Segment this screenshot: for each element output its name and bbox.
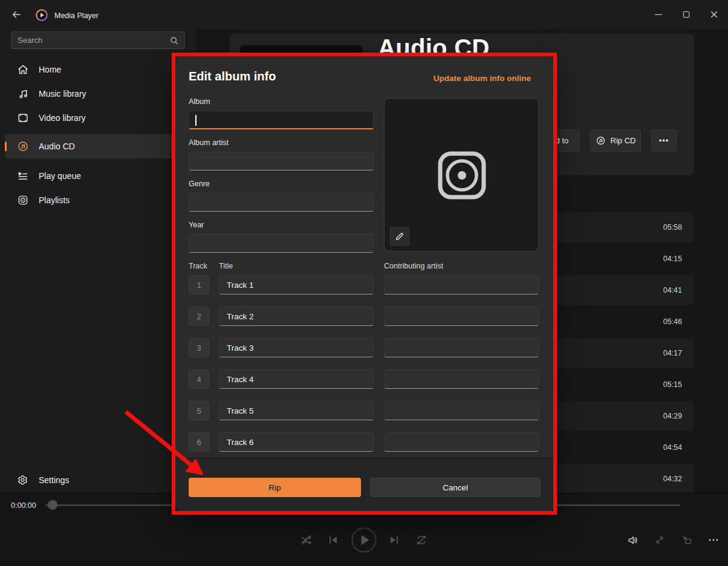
genre-input[interactable] <box>189 193 374 212</box>
selection-indicator <box>5 142 7 151</box>
track-number: 3 <box>189 338 209 357</box>
dialog-title: Edit album info <box>189 70 276 83</box>
sidebar-item-label: Audio CD <box>39 142 75 151</box>
more-dots-icon <box>707 534 720 546</box>
track-duration: 04:32 <box>663 464 682 494</box>
rip-cd-label: Rip CD <box>611 136 636 145</box>
sidebar-item-label: Video library <box>39 113 86 123</box>
rip-cd-button[interactable]: Rip CD <box>590 129 641 152</box>
artist-column-header: Contributing artist <box>384 262 443 270</box>
track-title-input[interactable] <box>219 338 374 357</box>
elapsed-time: 0:00:00 <box>11 501 36 510</box>
album-input[interactable] <box>189 111 374 129</box>
track-number: 5 <box>189 401 209 420</box>
album-label: Album <box>189 97 210 106</box>
more-button[interactable]: ••• <box>651 129 677 152</box>
media-player-window: Media Player Home Music library <box>0 0 728 566</box>
album-art-editor <box>384 98 539 252</box>
track-title-input[interactable] <box>219 401 374 420</box>
fullscreen-button[interactable] <box>649 529 671 551</box>
pencil-icon <box>394 231 405 242</box>
edit-album-art-button[interactable] <box>389 227 410 246</box>
genre-label: Genre <box>189 180 210 188</box>
sidebar-item-playlists[interactable]: Playlists <box>5 188 192 212</box>
track-duration: 04:15 <box>663 244 682 274</box>
track-duration: 04:41 <box>663 275 682 305</box>
track-artist-input[interactable] <box>384 338 539 357</box>
close-button[interactable] <box>700 0 728 29</box>
sidebar-item-audio-cd[interactable]: Audio CD <box>5 134 192 158</box>
track-duration: 04:17 <box>663 338 682 368</box>
repeat-button[interactable] <box>411 529 432 551</box>
player-more-button[interactable] <box>703 529 724 551</box>
sidebar-item-label: Playlists <box>39 195 70 205</box>
minimize-icon <box>653 9 664 20</box>
cd-placeholder-icon <box>435 148 489 203</box>
sidebar-item-music-library[interactable]: Music library <box>5 82 192 106</box>
back-arrow-icon <box>11 9 22 20</box>
volume-icon <box>626 534 639 547</box>
sidebar-item-settings[interactable]: Settings <box>5 468 192 492</box>
track-artist-input[interactable] <box>384 369 539 389</box>
audio-cd-icon <box>17 140 29 152</box>
previous-track-button[interactable] <box>322 529 344 551</box>
album-artist-input[interactable] <box>189 152 374 171</box>
titlebar: Media Player <box>0 0 728 29</box>
track-duration: 05:15 <box>663 369 682 400</box>
track-duration: 04:54 <box>663 432 682 463</box>
track-duration: 04:29 <box>663 401 682 431</box>
sidebar-item-label: Settings <box>39 475 70 485</box>
play-button[interactable] <box>350 526 378 554</box>
music-note-icon <box>17 88 29 100</box>
track-artist-input[interactable] <box>384 307 539 326</box>
film-icon <box>17 112 29 124</box>
update-album-info-link[interactable]: Update album info online <box>434 74 531 83</box>
track-column-header: Track <box>189 262 207 270</box>
track-title-input[interactable] <box>219 432 374 452</box>
app-title: Media Player <box>54 11 99 20</box>
cancel-button[interactable]: Cancel <box>370 478 541 497</box>
home-icon <box>17 63 29 76</box>
track-artist-input[interactable] <box>384 275 539 294</box>
search-box[interactable] <box>11 31 185 49</box>
playlists-icon <box>17 194 29 206</box>
shuffle-button[interactable] <box>296 529 317 551</box>
album-artist-label: Album artist <box>189 138 229 147</box>
volume-button[interactable] <box>622 529 643 551</box>
next-track-button[interactable] <box>383 529 405 551</box>
year-input[interactable] <box>189 234 374 253</box>
sidebar-item-label: Play queue <box>39 171 81 181</box>
track-duration: 05:58 <box>663 212 682 242</box>
repeat-off-icon <box>415 533 428 547</box>
sidebar-item-label: Home <box>39 65 61 74</box>
rip-button[interactable]: Rip <box>189 478 361 497</box>
seek-handle[interactable] <box>48 500 57 510</box>
more-dots-icon: ••• <box>659 136 669 145</box>
track-title-input[interactable] <box>219 369 374 389</box>
track-artist-input[interactable] <box>384 432 539 452</box>
back-button[interactable] <box>7 5 25 24</box>
track-duration: 05:46 <box>663 307 682 337</box>
close-icon <box>709 9 720 20</box>
window-controls <box>645 0 728 29</box>
year-label: Year <box>189 221 204 229</box>
title-column-header: Title <box>219 262 233 270</box>
search-input[interactable] <box>11 36 169 45</box>
play-queue-icon <box>17 170 29 182</box>
sidebar-item-home[interactable]: Home <box>5 57 192 82</box>
track-number: 1 <box>189 275 209 294</box>
track-number: 6 <box>189 432 209 452</box>
sidebar-item-video-library[interactable]: Video library <box>5 106 192 130</box>
search-icon[interactable] <box>169 36 179 45</box>
minimize-button[interactable] <box>645 0 672 29</box>
mini-player-button[interactable] <box>676 529 698 551</box>
maximize-button[interactable] <box>672 0 700 29</box>
dialog-footer: Rip Cancel <box>175 458 553 511</box>
track-artist-input[interactable] <box>384 401 539 420</box>
previous-icon <box>327 533 340 547</box>
track-title-input[interactable] <box>219 275 374 294</box>
sidebar-item-play-queue[interactable]: Play queue <box>5 164 192 188</box>
track-number: 2 <box>189 307 209 326</box>
track-number: 4 <box>189 369 209 389</box>
track-title-input[interactable] <box>219 307 374 326</box>
